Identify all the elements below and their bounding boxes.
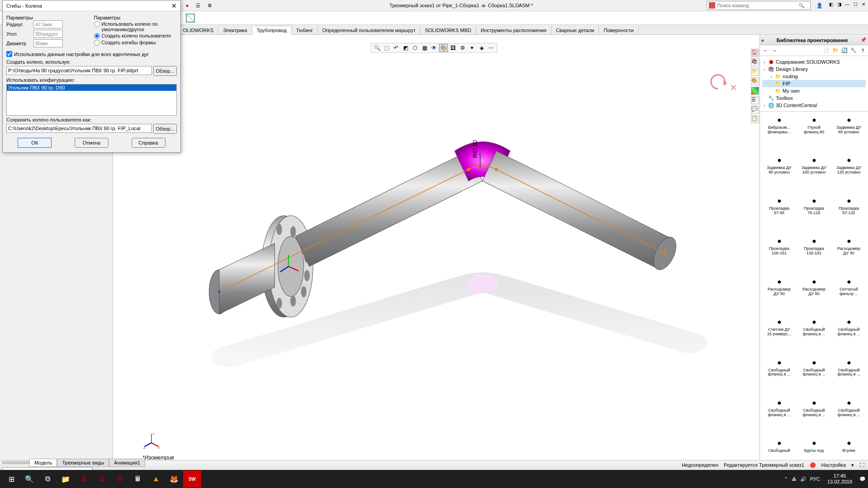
tray-network-icon[interactable]: 🖧 bbox=[792, 476, 797, 482]
status-fullscreen-icon[interactable]: ⛶ bbox=[859, 462, 864, 468]
settings-icon[interactable]: ⚙ bbox=[204, 3, 216, 9]
library-item[interactable]: ⬢Счетчик ДУ15 универс... bbox=[762, 316, 796, 355]
tab-mbd[interactable]: SOLIDWORKS MBD bbox=[420, 26, 476, 34]
apply-scene-icon[interactable]: 🖼 bbox=[448, 44, 458, 52]
save-path[interactable] bbox=[6, 124, 152, 133]
library-item[interactable]: ⬢Сетчатыйфильтр ... bbox=[832, 276, 866, 315]
elbow-file-path[interactable] bbox=[6, 66, 152, 75]
view-triad[interactable]: Y X Z bbox=[142, 432, 160, 450]
library-item[interactable]: ⬢Задвижка ДУ100 условно bbox=[797, 154, 831, 193]
tab-layout-tools[interactable]: Инструменты расположения bbox=[476, 26, 551, 34]
configuration-list[interactable]: Угольник ПВХ 90 гр. D90 bbox=[6, 84, 177, 116]
task-view-icon[interactable]: ⧉ bbox=[38, 470, 57, 488]
library-item[interactable]: ⬢РасходомерДУ 80 bbox=[797, 276, 831, 315]
tab-weldments[interactable]: Сварные детали bbox=[552, 26, 599, 34]
zoom-area-icon[interactable]: ⬚ bbox=[382, 44, 391, 52]
diameter-input[interactable] bbox=[33, 39, 63, 47]
tray-notifications-icon[interactable]: 💬 bbox=[859, 476, 866, 482]
ok-button[interactable]: ОК bbox=[18, 138, 52, 148]
radio-custom-elbow[interactable] bbox=[94, 33, 100, 39]
library-item[interactable]: ⬢Задвижка ДУ80 условно bbox=[762, 154, 796, 193]
sketch-icon[interactable] bbox=[182, 12, 199, 24]
design-library-tree[interactable]: ›⬢Содержание SOLIDWORKS ›📚Design Library… bbox=[760, 56, 868, 111]
rebuild-icon[interactable]: ● bbox=[182, 3, 193, 8]
apply-all-checkbox[interactable] bbox=[6, 51, 12, 57]
view-orientation-icon[interactable]: ⬡ bbox=[410, 44, 420, 52]
help-button[interactable]: Справка bbox=[132, 138, 165, 148]
graphics-viewport[interactable]: R47,50 ✕ 🏠 📚 📁 🎨 ☰ 💬 📋 bbox=[113, 35, 760, 474]
library-item[interactable]: ⬢Свободныйфланец в ... bbox=[797, 397, 831, 436]
refresh-icon[interactable]: 🔄 bbox=[840, 47, 849, 55]
library-item[interactable]: ⬢РасходомерДУ 50 bbox=[762, 276, 796, 315]
app-icon[interactable]: S bbox=[93, 470, 111, 488]
tab-electrical[interactable]: Электрика bbox=[218, 26, 252, 34]
options-icon[interactable]: ☰ bbox=[192, 3, 204, 9]
library-item[interactable]: ⬢Глухойфланец 90 bbox=[797, 114, 831, 153]
view-palette-tab-icon[interactable]: 🎨 bbox=[751, 77, 759, 85]
command-search[interactable]: 🔍 bbox=[707, 1, 811, 10]
toolbox-icon[interactable]: 🔧 bbox=[849, 47, 858, 55]
tray-clock[interactable]: 17:45 13.02.2019 bbox=[824, 473, 856, 485]
file-explorer-tab-icon[interactable]: 📁 bbox=[751, 68, 759, 76]
library-item[interactable]: ⬢Свободныйфланец в ... bbox=[832, 397, 866, 436]
tab-solidworks[interactable]: OLIDWORKS bbox=[179, 26, 218, 34]
browse-button-2[interactable]: Обзор... bbox=[153, 124, 177, 134]
tab-3d-views[interactable]: Трехмерные виды bbox=[57, 459, 109, 467]
design-library-tab-icon[interactable]: 📚 bbox=[751, 58, 759, 66]
render-icon[interactable]: ✦ bbox=[467, 44, 476, 52]
cancel-button[interactable]: Отмена bbox=[75, 138, 108, 148]
display-style-icon[interactable]: ▦ bbox=[420, 44, 429, 52]
dialog-close-icon[interactable]: ✕ bbox=[171, 2, 177, 9]
dialog-titlebar[interactable]: Сгибы - Колена ✕ bbox=[3, 0, 180, 11]
search-icon[interactable]: 🔍 bbox=[795, 3, 808, 9]
app-icon[interactable]: S bbox=[111, 470, 129, 488]
library-item[interactable]: ⬢Свободныйфланец в ... bbox=[797, 357, 831, 396]
tray-lang[interactable]: РУС bbox=[810, 476, 820, 482]
doc-close-icon[interactable]: ✕ bbox=[860, 1, 867, 7]
prev-view-icon[interactable]: ↶ bbox=[392, 44, 401, 52]
add-file-icon[interactable]: 📄 bbox=[822, 47, 830, 55]
radio-form-bends[interactable] bbox=[94, 40, 100, 46]
forum-tab-icon[interactable]: 💬 bbox=[751, 106, 759, 114]
library-item[interactable]: ⬢Прокладка87-132 bbox=[832, 195, 866, 234]
zoom-fit-icon[interactable]: 🔍 bbox=[373, 44, 382, 52]
browse-button-1[interactable]: Обзор... bbox=[153, 66, 177, 76]
radio-default-elbow[interactable] bbox=[94, 21, 100, 27]
resources-tab-icon[interactable]: 📋 bbox=[751, 115, 759, 123]
status-custom[interactable]: Настройка bbox=[821, 462, 846, 468]
solidworks-icon[interactable]: SW bbox=[183, 470, 201, 488]
firefox-icon[interactable]: 🦊 bbox=[165, 470, 183, 488]
motion-study-bar[interactable] bbox=[2, 461, 29, 464]
tab-model[interactable]: Модель bbox=[29, 459, 57, 467]
library-item[interactable]: ⬢Прокладка75-115 bbox=[797, 195, 831, 234]
tray-volume-icon[interactable]: 🔊 bbox=[800, 476, 807, 482]
tray-chevron-icon[interactable]: ⌃ bbox=[784, 476, 788, 482]
doc-next-icon[interactable]: ◨ bbox=[835, 1, 843, 7]
design-library-grid[interactable]: ⬢Виброком...фланцевы...⬢Глухойфланец 90⬢… bbox=[760, 111, 868, 474]
back-icon[interactable]: ← bbox=[761, 47, 769, 55]
library-item[interactable]: ⬢РасходомерДУ 40 bbox=[832, 235, 866, 274]
library-item[interactable]: ⬢Свободныйфланец в ... bbox=[832, 357, 866, 396]
calculator-icon[interactable]: 🖩 bbox=[129, 470, 147, 488]
doc-restore-icon[interactable]: ☐ bbox=[852, 1, 859, 7]
search-icon[interactable]: 🔍 bbox=[20, 470, 38, 488]
library-item[interactable]: ⬢Прокладка57-95 bbox=[762, 195, 796, 234]
library-item[interactable]: ⬢Задвижка ДУ65 условно bbox=[832, 114, 866, 153]
library-item[interactable]: ⬢Свободныйфланец в ... bbox=[762, 397, 796, 436]
more-icon[interactable]: ⋯ bbox=[486, 44, 495, 52]
custom-props-tab-icon[interactable]: ☰ bbox=[751, 96, 759, 104]
radius-input[interactable] bbox=[33, 20, 63, 28]
doc-prev-icon[interactable]: ◧ bbox=[827, 1, 835, 7]
forward-icon[interactable]: → bbox=[770, 47, 778, 55]
app-icon[interactable]: ▲ bbox=[147, 470, 165, 488]
edit-appearance-icon[interactable]: 🎨 bbox=[439, 44, 448, 52]
tab-user-route[interactable]: Определенный пользователем маршрут bbox=[318, 26, 420, 34]
app-icon[interactable]: S bbox=[75, 470, 93, 488]
start-button[interactable]: ⊞ bbox=[2, 470, 20, 488]
tab-surfaces[interactable]: Поверхности bbox=[599, 26, 638, 34]
appearances-tab-icon[interactable] bbox=[751, 87, 759, 95]
hide-show-icon[interactable]: 👁 bbox=[429, 44, 439, 52]
tab-piping[interactable]: Трубопровод bbox=[252, 26, 292, 35]
doc-minimize-icon[interactable]: — bbox=[844, 1, 851, 7]
library-item[interactable]: ⬢Виброком...фланцевы... bbox=[762, 114, 796, 153]
